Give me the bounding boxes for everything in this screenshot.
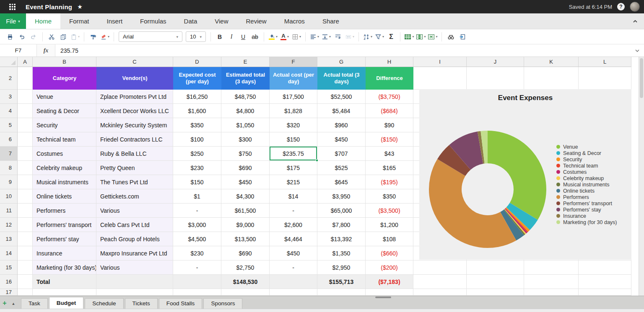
column-header-D[interactable]: D [173,57,221,67]
grid-cell[interactable] [524,67,579,90]
find-button[interactable] [446,31,456,42]
vertical-scrollbar-thumb[interactable] [640,58,643,98]
grid-cell[interactable]: $525 [317,161,366,175]
grid-cell[interactable] [18,104,33,118]
grid-cell[interactable] [18,118,33,132]
grid-cell[interactable] [18,232,33,246]
row-header-14[interactable]: 14 [0,246,18,260]
print-button[interactable] [5,31,15,42]
grid-cell[interactable] [524,275,579,289]
grid-cell[interactable]: Costumes [33,147,96,161]
table-header-cell[interactable]: Difference [366,67,413,90]
strikethrough-button[interactable]: ab [250,31,260,42]
apps-grid-icon[interactable] [9,4,16,10]
goto-button[interactable] [457,31,467,42]
grid-cell[interactable]: $48,750 [221,90,270,104]
grid-cell[interactable]: ($150) [366,132,413,147]
grid-cell[interactable]: $3,000 [173,218,221,232]
grid-cell[interactable]: $150 [270,132,317,147]
text-color-button[interactable]: A▾ [280,31,290,42]
grid-cell[interactable]: $4,464 [270,232,317,246]
row-header-10[interactable]: 10 [0,189,18,204]
fill-color-button[interactable]: ▾ [268,31,278,42]
grid-cell[interactable]: $9,000 [221,218,270,232]
grid-cell[interactable] [18,90,33,104]
table-header-cell[interactable]: Estimated total (3 days) [221,67,270,90]
paste-button[interactable]: ▾ [70,31,80,42]
menu-item-insert[interactable]: Insert [98,13,132,29]
sheet-list-button[interactable]: ▲ [9,302,18,306]
grid-cell[interactable]: ($200) [366,260,413,275]
grid-cell[interactable]: Xcellent Decor Works LLC [96,104,173,118]
sheet-tab-budget[interactable]: Budget [49,297,84,309]
copy-button[interactable] [58,31,68,42]
font-size-select[interactable]: 10▾ [186,31,206,42]
grid-cell[interactable]: Peach Group of Hotels [96,232,173,246]
column-header-H[interactable]: H [366,57,413,67]
menu-item-formulas[interactable]: Formulas [131,13,175,29]
grid-cell[interactable]: $645 [317,175,366,189]
grid-cell[interactable]: ($195) [366,175,413,189]
grid-cell[interactable]: $100 [173,132,221,147]
user-avatar[interactable] [630,2,640,12]
fill-handle[interactable] [316,159,318,162]
grid-cell[interactable]: Marketing (for 30 days) [33,260,96,275]
grid-cell[interactable]: Friedel Contractors LLC [96,132,173,147]
row-header-12[interactable]: 12 [0,218,18,232]
file-menu-button[interactable]: File▾ [0,13,26,29]
redo-button[interactable] [29,31,39,42]
grid-cell[interactable]: The Tunes Pvt Ltd [96,175,173,189]
grid-cell[interactable]: $148,530 [221,275,270,289]
grid-cell[interactable]: $17,500 [270,90,317,104]
sheet-tab-schedule[interactable]: Schedule [85,298,123,309]
grid-cell[interactable] [467,275,524,289]
grid-cell[interactable]: $450 [270,246,317,260]
grid-cell[interactable]: Gettickets.com [96,189,173,204]
grid-cell[interactable] [317,289,366,296]
expand-formula-bar-icon[interactable] [635,48,640,53]
grid-cell[interactable]: $4,500 [173,232,221,246]
grid-cell[interactable] [18,204,33,218]
undo-button[interactable] [17,31,27,42]
help-icon[interactable]: ? [617,3,625,10]
grid-cell[interactable]: $2,750 [221,260,270,275]
grid-cell[interactable]: Pretty Queen [96,161,173,175]
grid-cell[interactable] [270,289,317,296]
grid-cell[interactable] [366,289,413,296]
column-header-G[interactable]: G [317,57,366,67]
grid-cell[interactable]: $960 [317,118,366,132]
grid-cell[interactable]: $5,484 [317,104,366,118]
grid-cell[interactable] [413,275,467,289]
grid-cell[interactable] [221,289,270,296]
table-header-cell[interactable]: Actual total (3 days) [317,67,366,90]
grid-cell[interactable]: $61,500 [221,204,270,218]
grid-cell[interactable]: Musical instruments [33,175,96,189]
collapse-toolbar-icon[interactable] [632,18,638,24]
grid-cell[interactable]: $450 [221,175,270,189]
grid-cell[interactable]: $1 [173,189,221,204]
grid-cell[interactable] [413,67,467,90]
menu-item-view[interactable]: View [206,13,237,29]
grid-cell[interactable]: $350 [173,118,221,132]
favorite-star-icon[interactable]: ★ [77,3,83,10]
menu-item-share[interactable]: Share [314,13,348,29]
add-sheet-button[interactable]: + [0,299,9,307]
grid-cell[interactable]: Celebrity makeup [33,161,96,175]
grid-cell[interactable] [524,260,579,275]
grid-cell[interactable] [413,260,467,275]
grid-cell[interactable]: $3,950 [317,189,366,204]
font-family-select[interactable]: Arial▾ [119,31,182,42]
clear-format-button[interactable]: ▾ [100,31,110,42]
grid-cell[interactable]: Performers [33,204,96,218]
grid-cell[interactable]: - [270,260,317,275]
grid-cell[interactable]: $90 [366,118,413,132]
table-header-cell[interactable]: Actual cost (per day) [270,67,317,90]
grid-cell[interactable]: $450 [317,132,366,147]
grid-cell[interactable] [18,289,33,296]
row-header-8[interactable]: 8 [0,161,18,175]
grid-cell[interactable] [18,132,33,147]
grid-cell[interactable] [467,289,524,296]
select-all-corner[interactable] [0,57,18,67]
column-header-K[interactable]: K [524,57,579,67]
column-header-F[interactable]: F [270,57,317,67]
